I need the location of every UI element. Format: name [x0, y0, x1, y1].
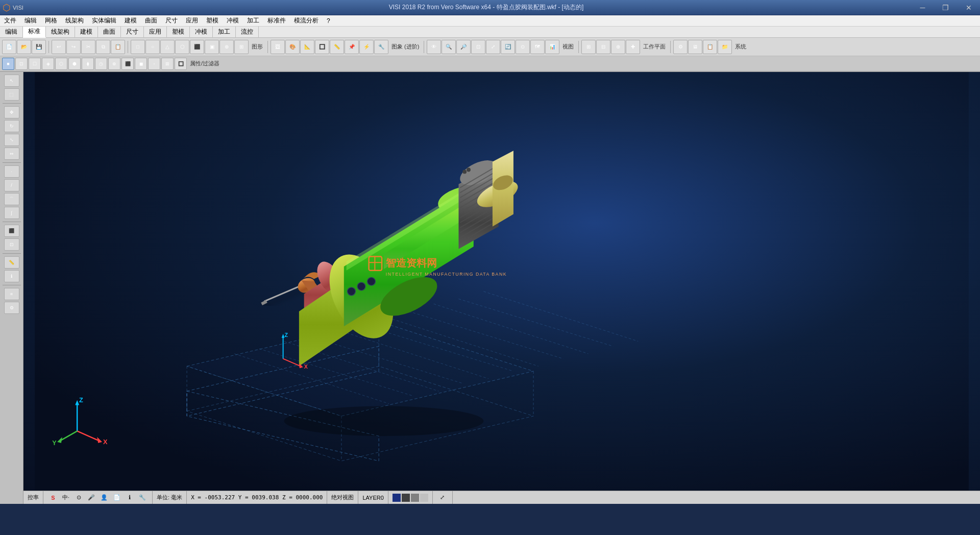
sys-btn2[interactable]: 🖥 [688, 40, 702, 54]
open-btn[interactable]: 📂 [17, 40, 31, 54]
close-button[interactable]: ✕ [957, 0, 980, 15]
img-btn1[interactable]: 🖼 [271, 40, 285, 54]
img-btn5[interactable]: 📏 [330, 40, 344, 54]
tab-flow[interactable]: 流控 [236, 27, 259, 38]
cut-btn[interactable]: ✂ [81, 40, 95, 54]
move-btn[interactable]: ✥ [4, 106, 19, 118]
menu-mold[interactable]: 塑模 [202, 15, 223, 26]
img-btn3[interactable]: 📐 [300, 40, 314, 54]
menu-wireframe[interactable]: 线架构 [61, 15, 88, 26]
wp-btn2[interactable]: ⊟ [596, 40, 610, 54]
sys-btn1[interactable]: ⚙ [673, 40, 688, 54]
rotate-btn[interactable]: ↻ [4, 120, 19, 132]
menu-build[interactable]: 建模 [120, 15, 141, 26]
info-btn[interactable]: ℹ [4, 270, 19, 282]
view-btn9[interactable]: 📊 [545, 40, 559, 54]
img-btn4[interactable]: 🔲 [315, 40, 329, 54]
viewport[interactable]: Z X Y Z X [23, 72, 980, 504]
undo-btn[interactable]: ↩ [52, 40, 66, 54]
status-icon-person[interactable]: 👤 [99, 492, 110, 503]
tab-standard[interactable]: 标准 [23, 27, 46, 38]
restore-button[interactable]: ❐ [934, 0, 957, 15]
tab-surface[interactable]: 曲面 [98, 27, 121, 38]
tab-dimension[interactable]: 尺寸 [121, 27, 144, 38]
shape-btn7[interactable]: ⊕ [219, 40, 234, 54]
filter-btn6[interactable]: ⧫ [82, 58, 94, 70]
view-btn3[interactable]: 🔎 [456, 40, 471, 54]
filter-btn1[interactable]: ⊡ [15, 58, 28, 70]
menu-surface[interactable]: 曲面 [141, 15, 161, 26]
line-btn[interactable]: / [4, 179, 19, 191]
menu-machining[interactable]: 加工 [243, 15, 263, 26]
menu-apply[interactable]: 应用 [182, 15, 202, 26]
menu-dimension[interactable]: 尺寸 [161, 15, 182, 26]
color-swatch-2[interactable] [402, 494, 410, 502]
view-btn1[interactable]: 👁 [427, 40, 441, 54]
view-btn5[interactable]: ⤢ [486, 40, 500, 54]
layer-btn[interactable]: ≡ [4, 288, 19, 300]
filter-btn9[interactable]: ⬛ [121, 58, 134, 70]
filter-btn2[interactable]: ☐ [29, 58, 41, 70]
filter-btn13[interactable]: 🔲 [175, 58, 187, 70]
menu-flow-analysis[interactable]: 模流分析 [290, 15, 323, 26]
tab-build[interactable]: 建模 [75, 27, 98, 38]
shape-btn2[interactable]: ○ [145, 40, 160, 54]
redo-btn[interactable]: ↪ [66, 40, 81, 54]
menu-edit[interactable]: 编辑 [20, 15, 41, 26]
shape-btn4[interactable]: ⬡ [175, 40, 189, 54]
status-icon-mid[interactable]: 中· [60, 492, 71, 503]
filter-btn7[interactable]: ◷ [95, 58, 107, 70]
tab-apply[interactable]: 应用 [144, 27, 167, 38]
tab-machining[interactable]: 加工 [213, 27, 236, 38]
paste-btn[interactable]: 📋 [111, 40, 125, 54]
shape-btn3[interactable]: △ [160, 40, 175, 54]
shape-btn6[interactable]: ▣ [205, 40, 219, 54]
view-btn6[interactable]: 🔄 [501, 40, 515, 54]
curve-btn[interactable]: ∫ [4, 207, 19, 219]
tab-edit[interactable]: 编辑 [0, 27, 23, 38]
wp-btn4[interactable]: ✚ [626, 40, 640, 54]
filter-btn5[interactable]: ⬢ [68, 58, 81, 70]
status-icon-s[interactable]: S [47, 492, 59, 503]
shape-btn1[interactable]: □ [131, 40, 145, 54]
img-btn7[interactable]: ⚡ [359, 40, 374, 54]
shape-btn5[interactable]: ⬛ [190, 40, 204, 54]
expand-icon[interactable]: ⤢ [437, 492, 448, 503]
color-swatch-3[interactable] [411, 494, 419, 502]
menu-help[interactable]: ? [323, 16, 334, 26]
menu-solid-edit[interactable]: 实体编辑 [88, 15, 120, 26]
filter-btn8[interactable]: ⊕ [108, 58, 120, 70]
filter-btn11[interactable]: ◦ [148, 58, 160, 70]
surface-btn[interactable]: ⊡ [4, 238, 19, 251]
menu-punch[interactable]: 冲模 [223, 15, 243, 26]
tab-punch[interactable]: 冲模 [190, 27, 213, 38]
minimize-button[interactable]: ─ [911, 0, 934, 15]
save-btn[interactable]: 💾 [32, 40, 46, 54]
img-btn8[interactable]: 🔧 [374, 40, 388, 54]
filter-btn4[interactable]: ⬡ [55, 58, 67, 70]
wp-btn1[interactable]: ⊞ [581, 40, 596, 54]
status-icon-tool[interactable]: 🔧 [137, 492, 148, 503]
menu-grid[interactable]: 网格 [41, 15, 61, 26]
view-btn7[interactable]: ⊙ [516, 40, 530, 54]
measure-btn[interactable]: 📏 [4, 256, 19, 269]
property-btn[interactable]: ⚙ [4, 302, 19, 314]
solid-btn[interactable]: ⬛ [4, 225, 19, 237]
menu-standard[interactable]: 标准件 [263, 15, 290, 26]
wp-btn3[interactable]: ⊕ [611, 40, 625, 54]
filter-all-btn[interactable]: ■ [2, 58, 14, 70]
status-icon-mic[interactable]: 🎤 [86, 492, 97, 503]
view-btn8[interactable]: 🗺 [530, 40, 545, 54]
sys-btn3[interactable]: 📋 [703, 40, 717, 54]
select-btn[interactable]: ↖ [4, 75, 19, 87]
mirror-btn[interactable]: ⇔ [4, 148, 19, 160]
arc-btn[interactable]: ⌒ [4, 193, 19, 205]
select-box-btn[interactable]: ⬚ [4, 88, 19, 101]
filter-btn12[interactable]: ⊞ [161, 58, 174, 70]
scale-btn[interactable]: ⤡ [4, 134, 19, 146]
copy-btn[interactable]: ⧉ [96, 40, 110, 54]
status-icon-info[interactable]: ℹ [124, 492, 135, 503]
menu-file[interactable]: 文件 [0, 15, 20, 26]
view-btn2[interactable]: 🔍 [442, 40, 456, 54]
tab-wireframe[interactable]: 线架构 [46, 27, 75, 38]
